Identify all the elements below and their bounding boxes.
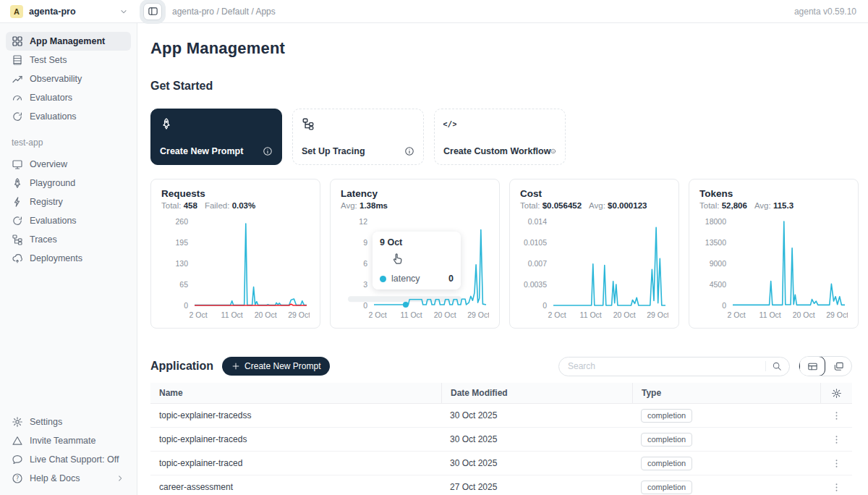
view-toggle	[799, 356, 852, 376]
sidebar-toggle-button[interactable]	[143, 3, 162, 20]
svg-text:65: 65	[179, 280, 188, 289]
sidebar-item-live-chat-support-off[interactable]: Live Chat Support: Off	[6, 450, 131, 469]
type-badge: completion	[641, 457, 692, 470]
row-menu-button[interactable]	[820, 458, 852, 469]
svg-text:18000: 18000	[705, 217, 726, 226]
search-icon[interactable]	[765, 361, 782, 371]
trend-icon	[12, 73, 23, 85]
svg-text:0.0105: 0.0105	[524, 238, 547, 247]
svg-text:2 Oct: 2 Oct	[728, 310, 746, 319]
kebab-menu-icon	[831, 434, 842, 445]
search-input[interactable]	[568, 361, 765, 371]
table-row-topic-explainer-traced[interactable]: topic-explainer-traced30 Oct 2025complet…	[150, 452, 852, 475]
sidebar-item-overview[interactable]: Overview	[6, 155, 131, 174]
get-started-card-create-custom-workflow[interactable]: </>Create Custom Workflow	[434, 109, 566, 165]
sidebar-item-playground[interactable]: Playground	[6, 174, 131, 192]
app-name: topic-explainer-tracedss	[150, 410, 441, 420]
refresh-icon	[12, 215, 23, 227]
row-menu-button[interactable]	[820, 434, 852, 445]
hand-cursor-icon	[390, 250, 404, 265]
svg-text:260: 260	[175, 217, 188, 226]
monitor-icon	[12, 158, 23, 170]
kebab-menu-icon	[831, 410, 842, 421]
rocket-icon	[12, 177, 23, 189]
kebab-menu-icon	[831, 482, 842, 493]
table-row-topic-explainer-traceds[interactable]: topic-explainer-traceds30 Oct 2025comple…	[150, 428, 852, 452]
svg-text:11 Oct: 11 Oct	[760, 310, 781, 319]
table-view-button[interactable]	[799, 356, 825, 376]
table-row-topic-explainer-tracedss[interactable]: topic-explainer-tracedss30 Oct 2025compl…	[150, 404, 852, 428]
metric-cards: RequestsTotal: 458Failed: 0.03%065130195…	[150, 179, 852, 329]
column-settings-icon[interactable]	[820, 383, 852, 403]
svg-text:4500: 4500	[710, 280, 727, 289]
svg-text:0.014: 0.014	[528, 217, 547, 226]
tooltip-series: latency	[391, 274, 420, 284]
breadcrumb[interactable]: agenta-pro / Default / Apps	[172, 7, 276, 17]
metric-card-cost: CostTotal: $0.056452Avg: $0.00012300.003…	[509, 179, 679, 329]
sidebar-item-app-management[interactable]: App Management	[6, 32, 131, 51]
get-started-cards: Create New PromptSet Up Tracing</>Create…	[150, 109, 852, 165]
app-date-modified: 30 Oct 2025	[441, 434, 632, 444]
info-icon[interactable]	[550, 146, 556, 156]
sidebar-toggle-icon	[148, 6, 158, 17]
info-icon[interactable]	[263, 146, 273, 156]
svg-text:0: 0	[722, 301, 726, 310]
svg-text:29 Oct: 29 Oct	[467, 310, 489, 319]
app-name: topic-explainer-traceds	[150, 434, 441, 444]
svg-text:20 Oct: 20 Oct	[434, 310, 456, 319]
svg-text:12: 12	[359, 217, 367, 226]
workspace-selector[interactable]: A agenta-pro	[0, 0, 137, 22]
info-icon[interactable]	[404, 146, 414, 156]
tooltip-date: 9 Oct	[380, 237, 454, 248]
code-icon: </>	[443, 117, 456, 130]
chart-tooltip: 9 Octlatency0	[373, 232, 461, 289]
gear-icon	[12, 416, 23, 428]
row-menu-button[interactable]	[820, 482, 852, 493]
table-view-icon	[807, 361, 818, 372]
card-view-button[interactable]	[825, 357, 851, 376]
table-row-career-assessment[interactable]: career-assessment27 Oct 2025completion	[150, 475, 852, 495]
sidebar-item-help-docs[interactable]: ?Help & Docs	[6, 469, 131, 488]
metric-card-latency: LatencyAvg: 1.38ms0369122 Oct11 Oct20 Oc…	[330, 179, 500, 329]
sidebar-main-nav: App ManagementTest SetsObservabilityEval…	[6, 30, 131, 126]
svg-text:6: 6	[363, 259, 367, 268]
row-menu-button[interactable]	[820, 410, 852, 421]
top-bar: A agenta-pro agenta-pro / Default / Apps…	[0, 0, 868, 23]
sidebar-item-registry[interactable]: Registry	[6, 192, 131, 211]
question-icon: ?	[12, 473, 23, 484]
metric-title: Requests	[161, 188, 310, 199]
tree-icon	[12, 234, 23, 245]
create-new-prompt-button[interactable]: Create New Prompt	[222, 357, 330, 376]
sidebar-item-evaluators[interactable]: Evaluators	[6, 88, 131, 107]
sidebar-item-test-sets[interactable]: Test Sets	[6, 51, 131, 69]
sidebar-item-invite-teammate[interactable]: Invite Teammate	[6, 431, 131, 450]
sidebar-item-evaluations[interactable]: Evaluations	[6, 107, 131, 126]
svg-text:11 Oct: 11 Oct	[221, 310, 243, 319]
triangle-icon	[12, 435, 23, 447]
sidebar-item-observability[interactable]: Observability	[6, 69, 131, 88]
svg-text:20 Oct: 20 Oct	[613, 310, 636, 319]
svg-text:2 Oct: 2 Oct	[190, 310, 208, 319]
svg-text:?: ?	[16, 475, 19, 482]
search-box	[558, 357, 790, 376]
app-version: agenta v0.59.10	[794, 7, 856, 17]
sidebar-app-nav: OverviewPlaygroundRegistryEvaluationsTra…	[6, 153, 131, 268]
grid-icon	[12, 35, 23, 47]
type-badge: completion	[641, 433, 692, 447]
sidebar-item-traces[interactable]: Traces	[6, 230, 131, 249]
svg-text:29 Oct: 29 Oct	[288, 310, 310, 319]
metric-stats: Total: 52,806Avg: 115.3	[699, 201, 848, 210]
sidebar: App ManagementTest SetsObservabilityEval…	[0, 23, 137, 495]
svg-text:0: 0	[542, 301, 547, 310]
sidebar-item-evaluations[interactable]: Evaluations	[6, 211, 131, 230]
sidebar-item-deployments[interactable]: Deployments	[6, 249, 131, 268]
svg-text:130: 130	[175, 259, 188, 268]
get-started-card-create-new-prompt[interactable]: Create New Prompt	[150, 109, 282, 165]
get-started-card-set-up-tracing[interactable]: Set Up Tracing	[292, 109, 424, 165]
sidebar-item-settings[interactable]: Settings	[6, 412, 131, 431]
svg-text:20 Oct: 20 Oct	[793, 310, 815, 319]
chat-icon	[12, 454, 23, 465]
svg-text:11 Oct: 11 Oct	[580, 310, 602, 319]
metric-title: Latency	[341, 188, 489, 199]
metric-stats: Total: 458Failed: 0.03%	[161, 201, 310, 210]
